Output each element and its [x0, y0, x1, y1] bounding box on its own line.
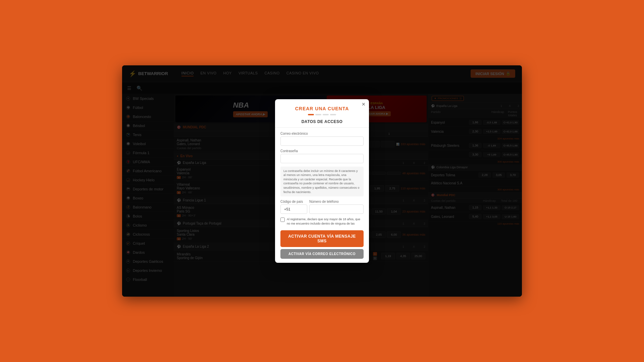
step-dot-2	[315, 114, 321, 115]
phone-number-group: Número de teléfono	[309, 200, 364, 214]
phone-code-input[interactable]	[280, 204, 307, 214]
step-dot-1	[308, 114, 314, 115]
modal-header: CREAR UNA CUENTA	[275, 99, 369, 115]
modal-close-button[interactable]: ✕	[362, 102, 366, 107]
email-input[interactable]	[280, 136, 364, 146]
password-label: Contraseña	[280, 149, 364, 153]
step-dot-3	[323, 114, 329, 115]
password-input[interactable]	[280, 154, 364, 163]
step-dot-4	[330, 114, 336, 115]
modal-subtitle: DATOS DE ACCESO	[275, 119, 369, 128]
password-form-group: Contraseña	[280, 149, 364, 163]
modal-title: CREAR UNA CUENTA	[282, 106, 362, 111]
modal-body: Correo electrónico Contraseña La contras…	[275, 128, 369, 263]
phone-code-group: Código de país	[280, 200, 307, 214]
phone-group: Código de país Número de teléfono	[280, 200, 364, 214]
email-form-group: Correo electrónico	[280, 132, 364, 146]
registration-modal: ✕ CREAR UNA CUENTA DATOS DE ACCESO Corre…	[275, 99, 369, 263]
password-hint: La contraseña debe incluir un mínimo de …	[280, 167, 364, 197]
modal-overlay: ✕ CREAR UNA CUENTA DATOS DE ACCESO Corre…	[122, 65, 522, 297]
terms-text: Al registrarme, declaro que soy mayor de…	[287, 217, 364, 226]
phone-number-label: Número de teléfono	[309, 200, 364, 203]
phone-code-label: Código de país	[280, 200, 307, 203]
modal-steps	[282, 114, 362, 115]
activate-sms-button[interactable]: ACTIVAR CUENTA VÍA MENSAJE SMS	[280, 230, 364, 247]
terms-checkbox-row: Al registrarme, declaro que soy mayor de…	[280, 217, 364, 226]
terms-checkbox[interactable]	[280, 218, 285, 222]
phone-number-input[interactable]	[309, 204, 364, 214]
email-label: Correo electrónico	[280, 132, 364, 135]
activate-email-button[interactable]: ACTIVAR VÍA CORREO ELECTRÓNICO	[280, 249, 364, 259]
